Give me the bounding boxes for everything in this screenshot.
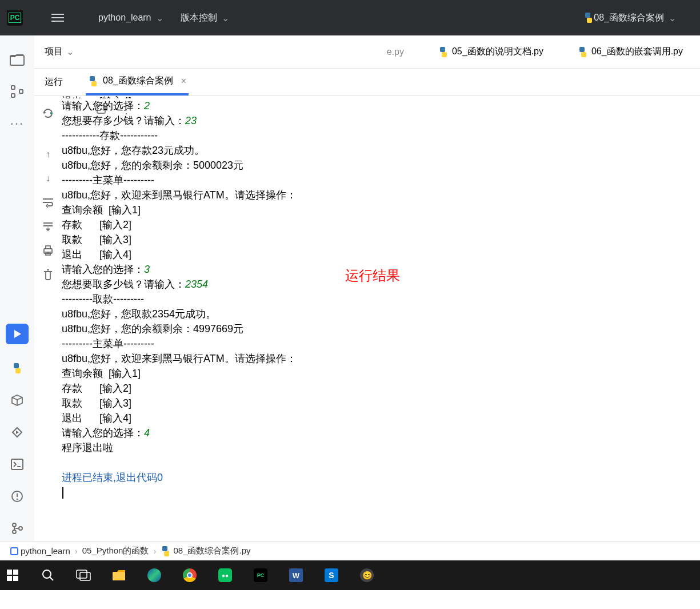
svg-rect-3	[19, 90, 23, 93]
vcs-label: 版本控制	[181, 12, 217, 24]
run-tabs: 运行 08_函数综合案例 ×	[34, 69, 700, 96]
print-icon[interactable]	[41, 244, 55, 257]
scroll-to-end-icon[interactable]	[41, 220, 55, 233]
chevron-right-icon: ›	[153, 546, 156, 556]
todesk-icon[interactable]: S	[322, 566, 341, 584]
app-icon: PC	[7, 10, 23, 26]
structure-icon[interactable]	[9, 83, 25, 99]
chevron-down-icon: ⌄	[222, 13, 229, 23]
svg-rect-22	[113, 572, 125, 580]
windows-taskbar: ●● PC W S 😊	[0, 560, 700, 590]
editor-tab-clipped[interactable]: e.py	[387, 47, 404, 57]
down-arrow-icon[interactable]: ↓	[41, 172, 55, 185]
python-icon	[578, 47, 588, 57]
python-console-icon[interactable]	[9, 360, 25, 376]
up-arrow-icon[interactable]: ↑	[41, 148, 55, 161]
console: ↑ ↓ ⋮ 运行结果	[34, 96, 700, 541]
svg-line-19	[50, 577, 53, 580]
python-icon	[583, 13, 594, 23]
word-icon[interactable]: W	[287, 566, 305, 584]
python-icon	[88, 76, 98, 86]
pycharm-taskbar-icon[interactable]: PC	[251, 566, 270, 584]
python-icon	[438, 47, 449, 57]
svg-rect-2	[11, 94, 15, 97]
editor-tab-06[interactable]: 06_函数的嵌套调用.py	[578, 46, 683, 58]
delete-icon[interactable]	[41, 268, 55, 281]
content-area: 项目 ⌄ e.py 05_函数的说明文档.py 06_函数的嵌套调用.py 运行…	[34, 35, 700, 541]
svg-rect-12	[46, 246, 50, 249]
chrome-icon[interactable]	[181, 566, 199, 584]
svg-point-7	[17, 499, 18, 500]
soft-wrap-icon[interactable]	[41, 196, 55, 209]
chevron-down-icon: ⌄	[66, 46, 74, 57]
current-file-dropdown[interactable]: 08_函数综合案例 ⌄	[583, 12, 676, 24]
project-dropdown[interactable]: python_learn ⌄	[98, 13, 163, 23]
run-rail-icon[interactable]	[6, 324, 29, 344]
chevron-down-icon: ⌄	[669, 13, 676, 23]
svg-point-8	[13, 523, 16, 527]
vcs-icon[interactable]	[9, 520, 25, 536]
breadcrumb-file[interactable]: 08_函数综合案例.py	[161, 546, 250, 556]
start-button[interactable]	[3, 566, 22, 584]
top-row: 项目 ⌄ e.py 05_函数的说明文档.py 06_函数的嵌套调用.py	[34, 35, 700, 69]
breadcrumb: python_learn › 05_Python的函数 › 08_函数综合案例.…	[0, 541, 700, 560]
project-icon	[10, 547, 18, 555]
console-output[interactable]: 退出 [输入4]请输入您的选择：2您想要存多少钱？请输入：23---------…	[62, 104, 700, 541]
folder-icon[interactable]	[9, 51, 25, 67]
svg-rect-20	[77, 570, 87, 578]
task-view-icon[interactable]	[74, 566, 93, 584]
main-menu-icon[interactable]	[51, 14, 64, 22]
current-file-label: 08_函数综合案例	[594, 12, 664, 24]
titlebar: PC python_learn ⌄ 版本控制 ⌄ 08_函数综合案例 ⌄	[0, 0, 700, 35]
svg-rect-16	[7, 576, 12, 581]
svg-rect-17	[13, 576, 18, 581]
wechat-icon[interactable]: ●●	[216, 566, 234, 584]
search-icon[interactable]	[39, 566, 57, 584]
svg-point-18	[43, 570, 51, 578]
svg-rect-4	[11, 459, 23, 469]
terminal-icon[interactable]	[9, 456, 25, 472]
app-icon[interactable]: 😊	[358, 566, 376, 584]
svg-point-10	[19, 527, 22, 530]
svg-rect-15	[13, 570, 18, 575]
project-name: python_learn	[98, 13, 151, 23]
edge-icon[interactable]	[145, 566, 163, 584]
svg-rect-1	[11, 86, 15, 89]
run-label[interactable]: 运行	[45, 76, 63, 88]
console-body[interactable]: ⋮ 运行结果 退出 [输入4]请输入您的选择：2您想要存多少钱？请输入：23--…	[62, 96, 700, 541]
left-rail: ···	[0, 35, 34, 541]
project-panel-dropdown[interactable]: 项目 ⌄	[45, 46, 74, 58]
more-icon[interactable]: ···	[9, 116, 25, 132]
svg-point-9	[13, 530, 16, 534]
explorer-icon[interactable]	[110, 566, 128, 584]
vcs-dropdown[interactable]: 版本控制 ⌄	[181, 12, 229, 24]
main-area: ··· 项目 ⌄ e.py 05_函数的	[0, 35, 700, 541]
services-icon[interactable]	[9, 424, 25, 440]
svg-rect-21	[80, 572, 90, 580]
console-toolbar: ↑ ↓	[34, 96, 62, 541]
packages-icon[interactable]	[9, 392, 25, 408]
run-tab-label: 08_函数综合案例	[103, 75, 173, 87]
run-active-tab[interactable]: 08_函数综合案例 ×	[86, 69, 189, 95]
editor-tab-05[interactable]: 05_函数的说明文档.py	[438, 46, 543, 58]
rerun-icon[interactable]	[41, 106, 55, 120]
python-icon	[161, 546, 171, 556]
problems-icon[interactable]	[9, 488, 25, 504]
editor-tabs: e.py 05_函数的说明文档.py 06_函数的嵌套调用.py	[387, 35, 700, 68]
chevron-right-icon: ›	[75, 546, 78, 556]
svg-rect-14	[7, 570, 12, 575]
breadcrumb-root[interactable]: python_learn	[10, 546, 70, 556]
breadcrumb-folder[interactable]: 05_Python的函数	[82, 546, 149, 556]
close-icon[interactable]: ×	[181, 76, 186, 86]
chevron-down-icon: ⌄	[156, 13, 163, 23]
project-panel-label: 项目	[45, 46, 63, 58]
